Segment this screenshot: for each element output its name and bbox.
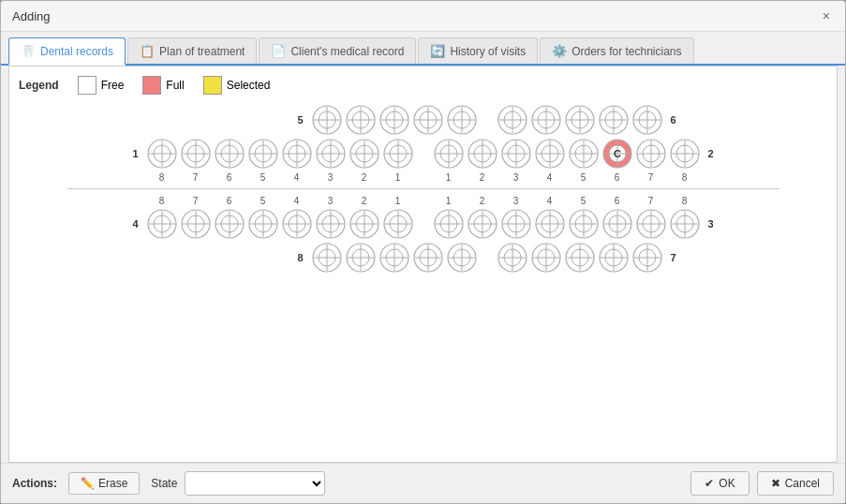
tooth[interactable] [281, 138, 313, 170]
number-row: 8765432112345678 [127, 170, 720, 185]
tooth[interactable] [564, 104, 596, 136]
tooth[interactable] [601, 208, 633, 240]
tooth-number: 2 [467, 172, 498, 183]
tooth[interactable] [412, 242, 444, 274]
tab-orders[interactable]: ⚙️ Orders for technicians [540, 37, 693, 64]
tooth[interactable] [635, 138, 667, 170]
teeth-row: 8 [165, 242, 682, 274]
tooth-number: 4 [281, 196, 313, 206]
tooth[interactable] [446, 242, 478, 274]
tooth-number: 7 [180, 196, 212, 206]
erase-button[interactable]: ✏️ Erase [68, 472, 140, 495]
history-icon: 🔄 [430, 44, 445, 58]
tooth[interactable] [281, 208, 313, 240]
tooth[interactable] [214, 138, 245, 170]
tooth[interactable] [180, 138, 212, 170]
tooth[interactable] [568, 138, 600, 170]
tooth[interactable] [497, 242, 528, 274]
tooth-number: 3 [315, 172, 347, 183]
tooth[interactable] [534, 138, 566, 170]
tooth-number: 7 [635, 196, 667, 206]
tooth-number: 1 [433, 196, 465, 206]
tooth[interactable] [180, 208, 212, 240]
tab-dental[interactable]: 🦷 Dental records [8, 37, 126, 66]
close-button[interactable]: × [819, 8, 834, 23]
tooth[interactable] [214, 208, 245, 240]
tooth[interactable] [500, 208, 532, 240]
legend-free-box [78, 76, 96, 95]
tooth-number: 2 [349, 196, 380, 206]
state-select[interactable] [185, 471, 325, 496]
tab-plan-label: Plan of treatment [159, 45, 245, 58]
tooth[interactable] [564, 242, 596, 274]
actions-label: Actions: [12, 477, 57, 490]
tab-medical-label: Client's medical record [290, 45, 404, 58]
tooth[interactable] [530, 104, 562, 136]
tooth[interactable] [311, 242, 343, 274]
tooth[interactable] [631, 242, 663, 274]
tooth[interactable] [669, 138, 701, 170]
tooth-number: 8 [146, 172, 178, 183]
tooth[interactable] [146, 138, 178, 170]
cancel-button[interactable]: ✖ Cancel [757, 471, 834, 496]
tooth[interactable] [446, 104, 478, 136]
tooth[interactable] [598, 104, 630, 136]
tooth-number: 8 [669, 196, 701, 206]
lower-section: 87654321123456784 [127, 193, 720, 240]
tooth-number: 8 [669, 172, 701, 183]
tooth[interactable] [382, 208, 414, 240]
tooth[interactable] [530, 242, 562, 274]
tooth[interactable] [433, 138, 465, 170]
tooth-number: 4 [534, 172, 566, 183]
quadrant-label: 6 [665, 114, 682, 126]
tooth[interactable] [534, 208, 566, 240]
tooth[interactable] [146, 208, 178, 240]
tooth[interactable] [467, 208, 498, 240]
tooth-number: 6 [214, 196, 245, 206]
tooth[interactable] [598, 242, 630, 274]
state-area: State [151, 471, 325, 496]
tooth[interactable] [349, 208, 380, 240]
tab-medical[interactable]: 📄 Client's medical record [259, 37, 416, 64]
legend-free: Free [78, 76, 125, 95]
tooth[interactable] [315, 208, 347, 240]
tooth[interactable] [378, 104, 410, 136]
tooth[interactable] [345, 242, 377, 274]
teeth-diagram: 5 [19, 104, 827, 274]
tab-plan[interactable]: 📋 Plan of treatment [127, 37, 257, 64]
tooth-number: 1 [382, 196, 414, 206]
tooth[interactable] [382, 138, 414, 170]
tooth[interactable] [500, 138, 532, 170]
tooth[interactable] [247, 138, 279, 170]
tooth[interactable] [412, 104, 444, 136]
tooth[interactable] [631, 104, 663, 136]
legend-full-label: Full [166, 79, 184, 92]
tooth[interactable] [669, 208, 701, 240]
tooth[interactable] [497, 104, 528, 136]
quadrant-label: 4 [127, 218, 144, 230]
actions-area: Actions: ✏️ Erase State [12, 471, 325, 496]
ok-label: OK [719, 477, 735, 490]
medical-icon: 📄 [271, 44, 286, 58]
tooth[interactable] [315, 138, 347, 170]
tooth[interactable]: C [601, 138, 633, 170]
tab-history-label: History of visits [450, 45, 526, 58]
tooth[interactable] [311, 104, 343, 136]
tooth[interactable] [635, 208, 667, 240]
teeth-row: 1 [127, 138, 720, 170]
tooth[interactable] [433, 208, 465, 240]
tooth[interactable] [467, 138, 498, 170]
tooth-number: 4 [281, 172, 313, 183]
ok-button[interactable]: ✔ OK [690, 471, 749, 496]
tooth[interactable] [247, 208, 279, 240]
tooth[interactable] [568, 208, 600, 240]
legend-free-label: Free [101, 79, 125, 92]
cancel-label: Cancel [785, 477, 820, 490]
erase-icon: ✏️ [81, 477, 95, 490]
tooth-number: 5 [568, 172, 600, 183]
tooth[interactable] [349, 138, 380, 170]
dialog: Adding × 🦷 Dental records 📋 Plan of trea… [0, 0, 846, 504]
tooth[interactable] [378, 242, 410, 274]
tab-history[interactable]: 🔄 History of visits [418, 37, 538, 64]
tooth[interactable] [345, 104, 377, 136]
